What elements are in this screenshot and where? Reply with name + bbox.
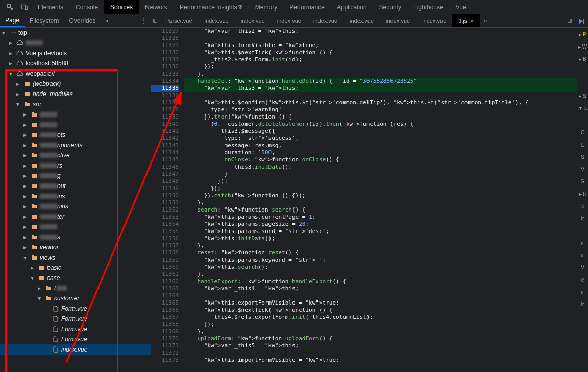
tree-src-sub-3[interactable]: nponents xyxy=(0,140,151,150)
tree-l[interactable]: l xyxy=(0,283,151,293)
debug-section-12[interactable]: G xyxy=(577,177,588,186)
tree-webpack[interactable]: webpack:// xyxy=(0,68,151,79)
debug-section-9[interactable]: L xyxy=(577,140,588,149)
line-gutter[interactable]: 1132711328113291133011331113321133311334… xyxy=(151,28,182,372)
folder-icon xyxy=(31,203,38,210)
cloud-icon xyxy=(16,40,23,45)
tree-file-form-3[interactable]: Form.vue xyxy=(0,334,151,344)
open-file-7[interactable]: index.vue xyxy=(416,14,452,27)
sources-subbar: Page Filesystem Overrides » ⋮ Parser.vue… xyxy=(0,14,588,28)
tree-vendor[interactable]: vendor xyxy=(0,242,151,252)
tree-src-sub-12[interactable]: s xyxy=(0,232,151,242)
tree-src-sub-1[interactable] xyxy=(0,120,151,130)
debug-section-11[interactable]: V xyxy=(577,165,588,174)
toggle-navigator-icon[interactable] xyxy=(151,18,159,24)
debug-section-18[interactable]: ir xyxy=(577,250,588,260)
nav-filesystem[interactable]: Filesystem xyxy=(24,14,64,27)
tree-src-sub-5[interactable]: rs xyxy=(0,160,151,171)
open-file-4[interactable]: index.vue xyxy=(307,14,344,27)
open-file-0[interactable]: Parser.vue xyxy=(159,14,199,27)
tree-webpack-sub-0[interactable]: (webpack) xyxy=(0,79,151,89)
code-content[interactable]: "kw">var _this2 = "kw">this; "kw">this.f… xyxy=(182,28,577,372)
debug-section-17[interactable]: ir xyxy=(577,238,588,247)
panel-console[interactable]: Console xyxy=(69,0,104,14)
debug-section-10[interactable]: S xyxy=(577,152,588,161)
open-file-3[interactable]: index.vue xyxy=(271,14,307,27)
resume-icon[interactable] xyxy=(578,18,584,26)
debug-section-21[interactable]: ir xyxy=(577,287,588,296)
panel-application[interactable]: Application xyxy=(331,0,373,14)
tree-src-sub-11[interactable] xyxy=(0,222,151,232)
debug-section-20[interactable]: e xyxy=(577,275,588,284)
tree-case[interactable]: case xyxy=(0,273,151,283)
debug-section-7[interactable] xyxy=(577,115,588,125)
folder-icon xyxy=(31,111,38,118)
panel-lighthouse[interactable]: Lighthouse xyxy=(407,0,450,14)
tree-file-form-0[interactable]: Form.vue xyxy=(0,304,151,314)
tree-src-sub-8[interactable]: ins xyxy=(0,191,151,201)
panel-elements[interactable]: Elements xyxy=(32,0,69,14)
debug-section-5[interactable]: ▸ S xyxy=(577,91,588,100)
tree-src-sub-2[interactable]: ets xyxy=(0,130,151,140)
panel-perf-insights[interactable]: Performance insights ⚗ xyxy=(174,0,249,14)
nav-page[interactable]: Page xyxy=(0,14,24,27)
svg-rect-3 xyxy=(154,19,157,22)
debug-section-19[interactable]: V xyxy=(577,263,588,272)
close-icon[interactable]: × xyxy=(470,18,473,24)
open-file-1[interactable]: index.vue xyxy=(199,14,235,27)
tree-src-sub-0[interactable] xyxy=(0,109,151,120)
svg-rect-7 xyxy=(583,19,584,24)
tree-localhost[interactable]: localhost:58588 xyxy=(0,58,151,68)
tree-src[interactable]: src xyxy=(0,99,151,109)
inspect-icon[interactable] xyxy=(6,3,14,11)
tree-vue-devtools[interactable]: Vue.js devtools xyxy=(0,48,151,58)
debugger-panel[interactable]: ▸ P▸ W▸ B ▸ S▼ L CLSVG▸ htlir irirVeirir xyxy=(577,28,588,372)
debug-section-8[interactable]: C xyxy=(577,128,588,137)
debug-section-14[interactable]: tl xyxy=(577,201,588,211)
toggle-debugger-icon[interactable] xyxy=(566,18,574,24)
debug-section-2[interactable]: ▸ B xyxy=(577,54,588,63)
nav-more-icon[interactable]: » xyxy=(101,17,112,25)
open-file-6[interactable]: index.vue xyxy=(380,14,416,27)
debug-section-1[interactable]: ▸ W xyxy=(577,42,588,51)
debug-section-6[interactable]: ▼ L xyxy=(577,103,588,112)
panel-memory[interactable]: Memory xyxy=(249,0,283,14)
tree-src-sub-6[interactable]: g xyxy=(0,171,151,181)
nav-overrides[interactable]: Overrides xyxy=(64,14,101,27)
folder-icon xyxy=(45,285,52,291)
debug-section-3[interactable] xyxy=(577,66,588,76)
open-file-5[interactable]: index.vue xyxy=(344,14,380,27)
tree-file-form-2[interactable]: Form.vue xyxy=(0,324,151,334)
debug-section-16[interactable] xyxy=(577,226,588,235)
panel-security[interactable]: Security xyxy=(373,0,407,14)
panel-vue[interactable]: Vue xyxy=(450,0,473,14)
navigator-tabs: Page Filesystem Overrides » ⋮ xyxy=(0,14,151,27)
open-files-more-icon[interactable]: » xyxy=(480,17,492,25)
device-icon[interactable] xyxy=(20,3,29,11)
tree-file-index[interactable]: index.vue xyxy=(0,344,151,355)
debug-section-15[interactable]: ir xyxy=(577,214,588,223)
tree-basic[interactable]: basic xyxy=(0,263,151,273)
panel-network[interactable]: Network xyxy=(139,0,174,14)
tree-src-sub-10[interactable]: ter xyxy=(0,212,151,222)
panel-performance[interactable]: Performance xyxy=(283,0,331,14)
debug-section-22[interactable]: ir xyxy=(577,299,588,309)
file-navigator[interactable]: ▭top Vue.js devtools localhost:58588 web… xyxy=(0,28,151,372)
open-file-2[interactable]: index.vue xyxy=(235,14,271,27)
panel-sources[interactable]: Sources xyxy=(104,0,139,14)
folder-icon xyxy=(31,183,38,189)
nav-options-icon[interactable]: ⋮ xyxy=(137,17,151,25)
debug-section-13[interactable]: ▸ h xyxy=(577,189,588,198)
tree-top[interactable]: ▭top xyxy=(0,28,151,38)
tree-views[interactable]: views xyxy=(0,252,151,263)
debug-section-4[interactable] xyxy=(577,79,588,88)
tree-src-sub-9[interactable]: nins xyxy=(0,201,151,212)
tree-customer[interactable]: customer xyxy=(0,293,151,304)
tree-file-form-1[interactable]: Form.vue xyxy=(0,314,151,324)
debug-section-0[interactable]: ▸ P xyxy=(577,30,588,39)
open-file-8[interactable]: 9.js× xyxy=(452,14,480,27)
tree-domain-0[interactable] xyxy=(0,38,151,48)
tree-src-sub-7[interactable]: out xyxy=(0,181,151,191)
tree-webpack-sub-1[interactable]: node_modules xyxy=(0,89,151,99)
tree-src-sub-4[interactable]: ctive xyxy=(0,150,151,160)
